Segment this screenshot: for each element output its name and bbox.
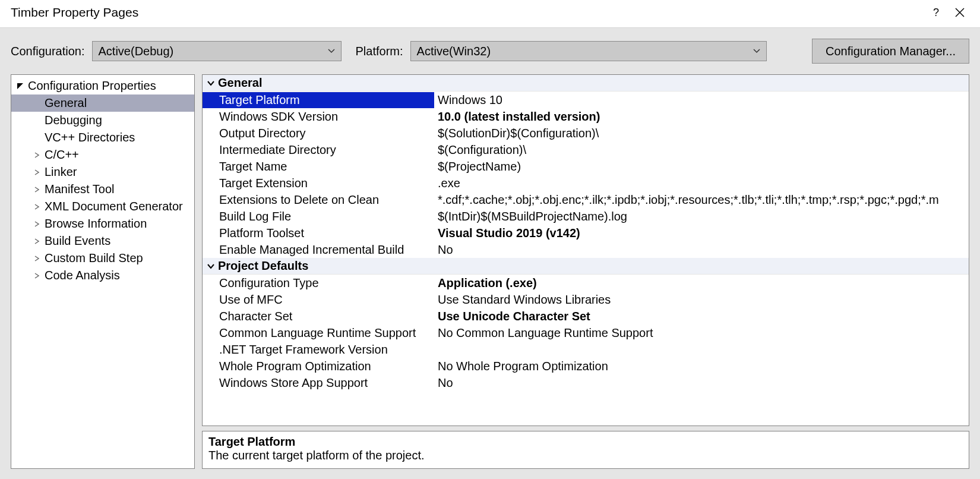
- chevron-right-icon: [33, 187, 41, 193]
- property-label: Target Name: [203, 159, 434, 175]
- chevron-right-icon: [33, 204, 41, 210]
- property-label: Common Language Runtime Support: [203, 325, 434, 341]
- property-row[interactable]: Target Extension.exe: [203, 175, 969, 191]
- property-value: Use Unicode Character Set: [434, 308, 969, 324]
- configuration-label: Configuration:: [11, 45, 85, 58]
- chevron-right-icon: [33, 152, 41, 158]
- description-text: The current target platform of the proje…: [208, 449, 963, 462]
- tree-root-label: Configuration Properties: [28, 79, 156, 93]
- property-label: .NET Target Framework Version: [203, 342, 434, 358]
- tree-item-label: General: [45, 96, 87, 110]
- chevron-down-icon: [205, 263, 217, 269]
- chevron-right-icon: [33, 221, 41, 227]
- tree-item[interactable]: Build Events: [11, 232, 194, 250]
- tree-root[interactable]: Configuration Properties: [11, 77, 194, 94]
- property-label: Output Directory: [203, 125, 434, 141]
- property-value: $(SolutionDir)$(Configuration)\: [434, 125, 969, 141]
- tree-item[interactable]: C/C++: [11, 146, 194, 163]
- property-row[interactable]: Target PlatformWindows 10: [203, 92, 969, 108]
- property-label: Whole Program Optimization: [203, 358, 434, 374]
- tree-item[interactable]: XML Document Generator: [11, 198, 194, 215]
- tree-item[interactable]: Browse Information: [11, 215, 194, 232]
- tree-item-label: Browse Information: [45, 217, 147, 231]
- tree-item-label: C/C++: [45, 148, 79, 162]
- tree-item[interactable]: Linker: [11, 163, 194, 181]
- property-row[interactable]: Enable Managed Incremental BuildNo: [203, 241, 969, 258]
- toolbar: Configuration: Active(Debug) Platform: A…: [0, 27, 980, 70]
- property-value: .exe: [434, 175, 969, 191]
- chevron-right-icon: [33, 273, 41, 279]
- tree-item-label: Custom Build Step: [45, 251, 143, 265]
- svg-marker-2: [17, 83, 23, 89]
- property-row[interactable]: .NET Target Framework Version: [203, 341, 969, 358]
- property-value: No Whole Program Optimization: [434, 358, 969, 374]
- property-value: Windows 10: [434, 92, 969, 108]
- property-row[interactable]: Configuration TypeApplication (.exe): [203, 275, 969, 291]
- chevron-down-icon: [328, 49, 335, 53]
- property-value: Application (.exe): [434, 275, 969, 291]
- property-label: Configuration Type: [203, 275, 434, 291]
- description-title: Target Platform: [208, 435, 963, 449]
- property-value: *.cdf;*.cache;*.obj;*.obj.enc;*.ilk;*.ip…: [434, 192, 969, 208]
- tree-item[interactable]: Custom Build Step: [11, 250, 194, 267]
- description-panel: Target Platform The current target platf…: [202, 431, 969, 469]
- property-row[interactable]: Platform ToolsetVisual Studio 2019 (v142…: [203, 225, 969, 241]
- tree-panel: Configuration Properties GeneralDebuggin…: [11, 74, 195, 469]
- property-row[interactable]: Use of MFCUse Standard Windows Libraries: [203, 291, 969, 308]
- chevron-down-icon: [16, 83, 24, 89]
- help-button[interactable]: ?: [924, 4, 948, 21]
- tree-item[interactable]: VC++ Directories: [11, 129, 194, 146]
- tree-item-label: Code Analysis: [45, 269, 120, 282]
- property-value: $(ProjectName): [434, 159, 969, 175]
- property-row[interactable]: Windows Store App SupportNo: [203, 374, 969, 391]
- tree-item-label: Manifest Tool: [45, 182, 114, 196]
- tree-item-label: VC++ Directories: [45, 131, 135, 144]
- property-label: Enable Managed Incremental Build: [203, 242, 434, 258]
- platform-dropdown[interactable]: Active(Win32): [410, 41, 767, 61]
- tree-item-label: XML Document Generator: [45, 200, 183, 213]
- tree-item[interactable]: Manifest Tool: [11, 181, 194, 198]
- property-label: Target Platform: [203, 92, 434, 108]
- property-value: No Common Language Runtime Support: [434, 325, 969, 341]
- property-value: 10.0 (latest installed version): [434, 109, 969, 125]
- platform-value: Active(Win32): [417, 45, 491, 58]
- property-value: $(IntDir)$(MSBuildProjectName).log: [434, 209, 969, 225]
- chevron-down-icon: [753, 49, 760, 53]
- property-row[interactable]: Common Language Runtime SupportNo Common…: [203, 324, 969, 341]
- property-grid: General Target PlatformWindows 10Windows…: [202, 74, 969, 426]
- category-project-defaults[interactable]: Project Defaults: [203, 258, 969, 275]
- close-button[interactable]: [948, 4, 972, 21]
- property-label: Windows SDK Version: [203, 109, 434, 125]
- tree-item-label: Debugging: [45, 114, 102, 127]
- property-row[interactable]: Character SetUse Unicode Character Set: [203, 308, 969, 324]
- property-value: [434, 348, 969, 351]
- property-row[interactable]: Whole Program OptimizationNo Whole Progr…: [203, 358, 969, 374]
- window-title: Timber Property Pages: [11, 5, 924, 20]
- property-row[interactable]: Build Log File$(IntDir)$(MSBuildProjectN…: [203, 208, 969, 225]
- property-value: No: [434, 375, 969, 391]
- chevron-down-icon: [205, 80, 217, 86]
- property-label: Intermediate Directory: [203, 142, 434, 158]
- property-row[interactable]: Extensions to Delete on Clean*.cdf;*.cac…: [203, 191, 969, 208]
- tree-item[interactable]: Code Analysis: [11, 267, 194, 284]
- property-row[interactable]: Output Directory$(SolutionDir)$(Configur…: [203, 125, 969, 141]
- chevron-right-icon: [33, 238, 41, 244]
- property-label: Extensions to Delete on Clean: [203, 192, 434, 208]
- property-label: Target Extension: [203, 175, 434, 191]
- property-row[interactable]: Intermediate Directory$(Configuration)\: [203, 141, 969, 158]
- property-label: Platform Toolset: [203, 225, 434, 241]
- body: Configuration Properties GeneralDebuggin…: [0, 70, 980, 479]
- platform-label: Platform:: [356, 45, 403, 58]
- property-value: No: [434, 242, 969, 258]
- tree-item[interactable]: General: [11, 94, 194, 112]
- configuration-manager-button[interactable]: Configuration Manager...: [812, 39, 969, 64]
- property-value: $(Configuration)\: [434, 142, 969, 158]
- chevron-right-icon: [33, 256, 41, 261]
- category-general[interactable]: General: [203, 75, 969, 92]
- chevron-right-icon: [33, 169, 41, 175]
- property-row[interactable]: Windows SDK Version10.0 (latest installe…: [203, 108, 969, 125]
- property-row[interactable]: Target Name$(ProjectName): [203, 158, 969, 175]
- configuration-dropdown[interactable]: Active(Debug): [92, 41, 342, 61]
- tree-item[interactable]: Debugging: [11, 112, 194, 129]
- property-label: Windows Store App Support: [203, 375, 434, 391]
